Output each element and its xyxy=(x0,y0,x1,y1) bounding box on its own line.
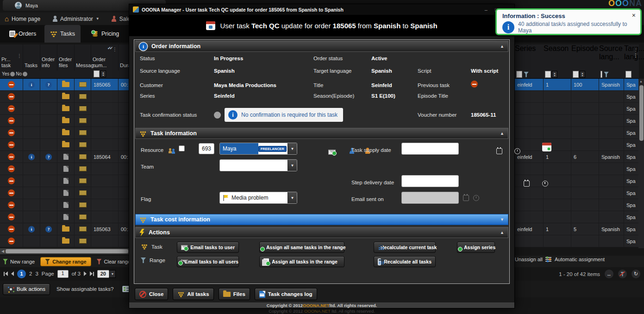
assign-all-tasks-button[interactable]: Assign all tasks in the range xyxy=(259,256,344,267)
team-combobox[interactable]: ▼ xyxy=(219,159,297,171)
table-row[interactable] xyxy=(0,163,129,175)
chevron-down-icon[interactable]: ▼ xyxy=(288,192,297,203)
menu-administrator[interactable]: Administrator▼ xyxy=(52,16,100,22)
resource-id-field[interactable]: 693 xyxy=(199,143,214,154)
col-messages[interactable]: Messag... xyxy=(75,44,91,70)
column-resize-icon[interactable]: ↔ xyxy=(605,270,613,278)
dialog-titlebar[interactable]: OOONA Manager - User task Tech QC update… xyxy=(129,4,514,15)
target-filter[interactable] xyxy=(624,70,639,78)
table-row[interactable]: Spa xyxy=(515,199,639,211)
menu-home[interactable]: ⌂Home page xyxy=(5,16,40,22)
prev-page-button[interactable] xyxy=(11,271,14,276)
col-tasks[interactable]: Tasks xyxy=(23,44,40,70)
table-row[interactable] xyxy=(0,127,129,139)
collapse-icon[interactable]: ▲ xyxy=(500,131,504,136)
table-row[interactable]: Spa xyxy=(515,127,639,139)
messages-cell[interactable] xyxy=(75,211,91,223)
col-source-lang[interactable]: Source lang...⋮ xyxy=(599,44,624,70)
col-series[interactable]: Series⋮ xyxy=(515,44,544,70)
task-info-header[interactable]: Task information ▲ xyxy=(135,128,508,139)
order-files-cell[interactable] xyxy=(57,139,75,151)
email-tasks-user-button[interactable]: Email tasks to user xyxy=(177,242,239,253)
unassign-all-button[interactable]: Unassign all xyxy=(515,257,543,262)
table-row[interactable] xyxy=(0,103,129,115)
flag-combobox[interactable]: Media problem ▼ xyxy=(219,192,297,204)
table-row[interactable]: i?18506500:2 xyxy=(0,79,129,91)
order-files-cell[interactable] xyxy=(57,79,75,90)
order-files-cell[interactable] xyxy=(57,103,75,114)
scroll-left-icon[interactable]: ◀ xyxy=(0,249,6,253)
supply-calendar-icon[interactable] xyxy=(542,143,551,151)
filter-input[interactable] xyxy=(600,71,602,78)
table-row[interactable]: einfeld15SpanishSpa xyxy=(515,223,639,235)
order-files-cell[interactable] xyxy=(57,235,75,247)
recalculate-all-button[interactable]: Recalculate all tasks xyxy=(374,256,436,267)
success-notification[interactable]: Information : Success × i 40 additional … xyxy=(495,8,642,35)
col-season[interactable]: Season⋮ xyxy=(544,44,571,70)
calendar-picker-icon[interactable] xyxy=(524,181,530,187)
col-prev-task[interactable]: Pr... task⋮ xyxy=(0,44,23,70)
messages-cell[interactable] xyxy=(75,127,91,138)
messages-cell[interactable] xyxy=(75,115,91,126)
table-row[interactable]: einfeld1100SpanishSpa xyxy=(515,79,639,91)
spinner-icon[interactable]: ▲▼ xyxy=(552,71,557,78)
page-3-button[interactable]: 3 xyxy=(35,271,38,276)
funnel-icon[interactable] xyxy=(604,72,609,77)
messages-cell[interactable] xyxy=(75,223,91,235)
next-page-button[interactable] xyxy=(84,271,87,276)
resource-combobox[interactable]: Maya FREELANCER ▼ xyxy=(219,143,297,155)
email-resource-icon[interactable] xyxy=(328,150,336,155)
messages-cell[interactable] xyxy=(75,79,91,90)
funnel-icon[interactable] xyxy=(524,72,529,77)
page-1-button[interactable]: 1 xyxy=(17,270,26,278)
messages-cell[interactable] xyxy=(75,175,91,187)
table-row[interactable] xyxy=(0,115,129,127)
email-tasks-all-button[interactable]: Email tasks to all users xyxy=(177,256,239,267)
first-page-button[interactable] xyxy=(4,271,8,276)
close-button[interactable]: Close xyxy=(135,288,168,300)
column-menu-icon[interactable]: ⋮ xyxy=(113,46,117,52)
collapse-icon[interactable]: ▼ xyxy=(500,217,504,222)
calendar-picker-icon[interactable] xyxy=(496,148,502,154)
order-files-cell[interactable] xyxy=(57,175,75,187)
table-row[interactable]: Spa xyxy=(515,163,639,175)
collapse-icon[interactable]: ▲ xyxy=(500,44,504,49)
files-button[interactable]: Files xyxy=(219,288,250,300)
scrollbar-thumb[interactable] xyxy=(6,249,128,253)
all-tasks-button[interactable]: All tasks xyxy=(173,288,213,300)
table-row[interactable]: Spa xyxy=(515,235,639,247)
order-files-cell[interactable] xyxy=(57,211,75,223)
order-files-cell[interactable] xyxy=(57,199,75,211)
assign-series-button[interactable]: Assign series xyxy=(457,242,495,253)
column-menu-icon[interactable]: ⋮ xyxy=(17,53,22,59)
page-2-button[interactable]: 2 xyxy=(29,271,32,276)
table-row[interactable]: Spa xyxy=(515,175,639,187)
toggle-icon[interactable] xyxy=(23,72,27,76)
order-files-cell[interactable] xyxy=(57,223,75,235)
chevron-down-icon[interactable]: ▼ xyxy=(288,143,297,154)
order-files-cell[interactable] xyxy=(57,91,75,102)
page-size-select[interactable]: 20▼ xyxy=(97,270,116,278)
chevron-down-icon[interactable]: ▼ xyxy=(109,270,116,278)
table-row[interactable]: Spa xyxy=(515,187,639,199)
messages-cell[interactable] xyxy=(75,235,91,247)
column-menu-icon[interactable]: ⋮ xyxy=(633,47,638,52)
col-episode[interactable]: Episode⋮ xyxy=(571,44,599,70)
yes-no-filter[interactable]: YesNo xyxy=(2,71,27,76)
col-order-files[interactable]: Order files xyxy=(57,44,75,70)
table-row[interactable]: i?18506300:2 xyxy=(0,223,129,235)
new-range-button[interactable]: New range xyxy=(3,259,35,264)
episode-filter[interactable]: ▲▼ xyxy=(571,70,599,78)
recalculate-current-button[interactable]: Recalculate current task xyxy=(374,242,436,253)
change-range-button[interactable]: Change range xyxy=(40,257,91,266)
order-files-cell[interactable] xyxy=(57,187,75,199)
tab-tasks[interactable]: Tasks xyxy=(44,25,81,43)
source-filter[interactable] xyxy=(599,70,624,78)
tab-orders[interactable]: Orders xyxy=(4,25,42,43)
column-menu-icon[interactable]: ⋮ xyxy=(633,53,638,58)
clear-range-button[interactable]: Clear range xyxy=(97,259,131,264)
table-row[interactable]: einfeld16SpanishSpa xyxy=(515,151,639,163)
scrollbar-thumb[interactable] xyxy=(639,85,644,141)
time-picker-icon[interactable] xyxy=(542,181,548,187)
filter-input[interactable] xyxy=(94,70,100,77)
